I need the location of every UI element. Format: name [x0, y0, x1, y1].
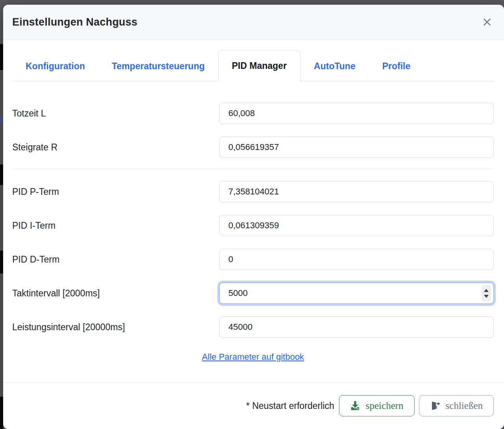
download-icon	[350, 401, 360, 411]
stepper-down-icon[interactable]	[484, 295, 489, 298]
save-button[interactable]: speichern	[339, 395, 415, 416]
field-row-totzeit: Totzeit L	[12, 103, 494, 124]
background-page-fragment	[0, 251, 3, 274]
totzeit-l-input[interactable]	[219, 103, 494, 124]
taktintervall-input[interactable]	[219, 283, 494, 304]
leistungsinterval-input[interactable]	[219, 316, 494, 338]
section-divider	[12, 169, 494, 169]
field-label-pid-d: PID D-Term	[12, 254, 219, 265]
field-label-taktintervall: Taktintervall [2000ms]	[12, 288, 219, 299]
settings-dialog: Einstellungen Nachguss Konfiguration Tem…	[3, 5, 504, 429]
close-icon[interactable]	[480, 15, 494, 29]
restart-note: * Neustart erforderlich	[246, 401, 334, 411]
tab-bar: Konfiguration Temperatursteuerung PID Ma…	[12, 50, 494, 81]
background-page-fragment	[0, 44, 3, 70]
dialog-footer: * Neustart erforderlich speichern	[3, 383, 504, 427]
field-label-pid-i: PID I-Term	[12, 220, 219, 231]
dismiss-button[interactable]: schließen	[419, 395, 494, 416]
save-button-label: speichern	[366, 400, 404, 411]
pid-p-term-input[interactable]	[219, 181, 494, 202]
field-row-leistungsinterval: Leistungsinterval [20000ms]	[12, 316, 494, 338]
pid-d-term-input[interactable]	[219, 249, 494, 270]
field-row-pid-i: PID I-Term	[12, 215, 494, 236]
door-exit-icon	[430, 401, 440, 411]
dialog-body: Konfiguration Temperatursteuerung PID Ma…	[3, 50, 504, 362]
tab-temperatursteuerung[interactable]: Temperatursteuerung	[98, 51, 218, 81]
number-stepper[interactable]	[482, 285, 491, 301]
stepper-up-icon[interactable]	[484, 289, 489, 292]
dialog-title: Einstellungen Nachguss	[12, 16, 137, 28]
dismiss-button-label: schließen	[446, 400, 483, 411]
tab-profile[interactable]: Profile	[369, 51, 424, 81]
field-row-taktintervall: Taktintervall [2000ms]	[12, 283, 494, 304]
tab-konfiguration[interactable]: Konfiguration	[12, 51, 98, 81]
gitbook-link[interactable]: Alle Parameter auf gitbook	[202, 352, 304, 362]
background-page-fragment	[0, 118, 1, 122]
link-row: Alle Parameter auf gitbook	[12, 352, 494, 362]
background-page-fragment	[0, 397, 3, 429]
field-row-pid-d: PID D-Term	[12, 249, 494, 270]
pid-i-term-input[interactable]	[219, 215, 494, 236]
field-row-steigrate: Steigrate R	[12, 137, 494, 158]
field-row-pid-p: PID P-Term	[12, 181, 494, 202]
tab-autotune[interactable]: AutoTune	[300, 51, 369, 81]
field-label-steigrate: Steigrate R	[12, 142, 219, 153]
steigrate-r-input[interactable]	[219, 137, 494, 158]
field-label-pid-p: PID P-Term	[12, 187, 219, 197]
field-label-leistungsinterval: Leistungsinterval [20000ms]	[12, 322, 219, 333]
background-page-fragment	[0, 165, 3, 185]
tab-pid-manager[interactable]: PID Manager	[218, 50, 300, 81]
field-label-totzeit: Totzeit L	[12, 108, 219, 119]
dialog-header: Einstellungen Nachguss	[3, 5, 504, 40]
